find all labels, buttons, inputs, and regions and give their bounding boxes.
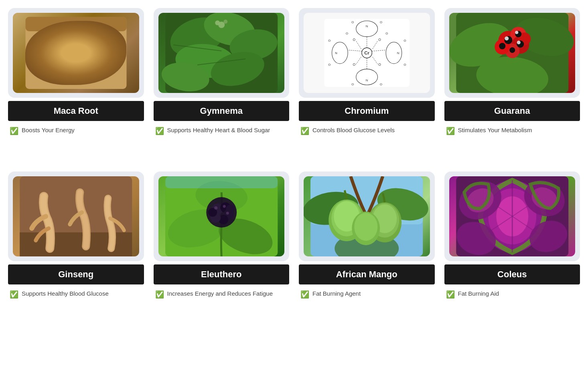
card-image-african-mango <box>304 176 430 256</box>
card-ginseng: Ginseng ✅ Supports Healthy Blood Glucose <box>8 171 144 300</box>
svg-point-89 <box>214 206 217 210</box>
card-image-eleuthero <box>158 176 285 256</box>
svg-text:O: O <box>380 83 382 86</box>
svg-text:O: O <box>353 63 355 67</box>
svg-point-5 <box>63 35 89 68</box>
check-icon-guarana: ✅ <box>446 126 455 136</box>
svg-text:O: O <box>351 83 354 86</box>
check-icon-chromium: ✅ <box>300 126 309 136</box>
svg-point-70 <box>499 43 505 49</box>
card-benefit-ginseng: ✅ Supports Healthy Blood Glucose <box>8 289 144 300</box>
svg-point-72 <box>515 31 518 34</box>
svg-text:O: O <box>378 63 381 67</box>
svg-text:N: N <box>365 79 368 82</box>
check-icon-gymnema: ✅ <box>155 126 164 136</box>
svg-text:O: O <box>385 32 388 35</box>
card-title-coleus: Coleus <box>444 264 580 284</box>
benefit-text-eleuthero: Increases Energy and Reduces Fatigue <box>167 289 273 298</box>
svg-text:N: N <box>365 24 368 28</box>
svg-point-91 <box>226 212 229 215</box>
svg-point-6 <box>69 39 83 54</box>
card-title-african-mango: African Mango <box>299 264 435 284</box>
benefit-text-guarana: Stimulates Your Metabolism <box>458 126 532 134</box>
svg-point-1 <box>32 35 69 78</box>
svg-rect-10 <box>25 17 126 31</box>
card-benefit-gymnema: ✅ Supports Healthy Heart & Blood Sugar <box>154 126 290 136</box>
card-title-ginseng: Ginseng <box>8 264 144 284</box>
card-title-eleuthero: Eleuthero <box>154 264 290 284</box>
card-title-gymnema: Gymnema <box>154 101 290 121</box>
card-image-wrapper-maca <box>8 8 144 98</box>
section-gap <box>8 146 580 162</box>
check-icon-maca: ✅ <box>10 126 18 136</box>
svg-text:Cr: Cr <box>364 50 369 55</box>
svg-text:O: O <box>403 63 406 67</box>
card-chromium: Cr N O O O O N O O N <box>299 8 435 136</box>
svg-text:O: O <box>353 38 355 42</box>
svg-text:O: O <box>328 39 330 42</box>
svg-point-71 <box>505 36 509 40</box>
card-maca-root: Maca Root ✅ Boosts Your Energy <box>8 8 144 136</box>
svg-point-2 <box>35 35 66 71</box>
card-african-mango: African Mango ✅ Fat Burning Agent <box>299 171 435 300</box>
svg-point-7 <box>84 37 118 79</box>
svg-point-73 <box>517 41 520 44</box>
svg-point-3 <box>43 40 59 56</box>
benefit-text-chromium: Controls Blood Glucose Levels <box>312 126 395 134</box>
card-image-maca <box>13 13 139 93</box>
svg-point-8 <box>87 37 116 72</box>
card-image-ginseng <box>13 176 139 256</box>
benefit-text-african-mango: Fat Burning Agent <box>312 289 361 298</box>
card-benefit-maca: ✅ Boosts Your Energy <box>8 126 144 136</box>
card-title-guarana: Guarana <box>444 101 580 121</box>
svg-point-90 <box>223 205 225 208</box>
card-benefit-african-mango: ✅ Fat Burning Agent <box>299 289 435 300</box>
check-icon-eleuthero: ✅ <box>155 290 164 300</box>
svg-point-69 <box>509 47 515 53</box>
card-image-wrapper-coleus <box>444 171 580 261</box>
svg-point-22 <box>215 20 220 25</box>
card-title-maca: Maca Root <box>8 101 144 121</box>
ingredients-grid: Maca Root ✅ Boosts Your Energy <box>8 8 580 300</box>
svg-rect-92 <box>165 176 278 188</box>
check-icon-ginseng: ✅ <box>10 290 18 300</box>
svg-text:O: O <box>351 20 354 24</box>
svg-point-9 <box>93 42 109 57</box>
card-guarana: Guarana ✅ Stimulates Your Metabolism <box>444 8 580 136</box>
svg-text:N: N <box>397 51 399 55</box>
svg-text:O: O <box>380 20 382 24</box>
svg-text:O: O <box>346 32 348 35</box>
check-icon-african-mango: ✅ <box>300 290 309 300</box>
card-benefit-coleus: ✅ Fat Burning Aid <box>444 289 580 300</box>
card-coleus: Coleus ✅ Fat Burning Aid <box>444 171 580 300</box>
card-image-wrapper-eleuthero <box>154 171 290 261</box>
card-image-coleus <box>449 176 576 256</box>
card-eleuthero: Eleuthero ✅ Increases Energy and Reduces… <box>154 171 290 300</box>
card-title-chromium: Chromium <box>299 101 435 121</box>
svg-text:N: N <box>335 51 337 55</box>
svg-point-105 <box>354 213 377 241</box>
card-image-guarana <box>449 13 576 93</box>
svg-point-21 <box>223 20 227 24</box>
card-image-wrapper-chromium: Cr N O O O O N O O N <box>299 8 435 98</box>
benefit-text-maca: Boosts Your Energy <box>22 126 75 134</box>
check-icon-coleus: ✅ <box>446 290 455 300</box>
card-benefit-guarana: ✅ Stimulates Your Metabolism <box>444 126 580 136</box>
card-image-wrapper-ginseng <box>8 171 144 261</box>
svg-text:O: O <box>378 38 381 42</box>
card-image-wrapper-african-mango <box>299 171 435 261</box>
card-image-gymnema <box>158 13 285 93</box>
benefit-text-gymnema: Supports Healthy Heart & Blood Sugar <box>167 126 270 134</box>
card-benefit-eleuthero: ✅ Increases Energy and Reduces Fatigue <box>154 289 290 300</box>
card-image-wrapper-guarana <box>444 8 580 98</box>
card-image-chromium: Cr N O O O O N O O N <box>304 13 430 93</box>
card-image-wrapper-gymnema <box>154 8 290 98</box>
svg-text:O: O <box>403 39 406 42</box>
svg-point-4 <box>60 35 92 75</box>
card-benefit-chromium: ✅ Controls Blood Glucose Levels <box>299 126 435 136</box>
benefit-text-ginseng: Supports Healthy Blood Glucose <box>22 289 109 298</box>
card-gymnema: Gymnema ✅ Supports Healthy Heart & Blood… <box>154 8 290 136</box>
svg-text:O: O <box>328 63 330 67</box>
benefit-text-coleus: Fat Burning Aid <box>458 289 499 298</box>
